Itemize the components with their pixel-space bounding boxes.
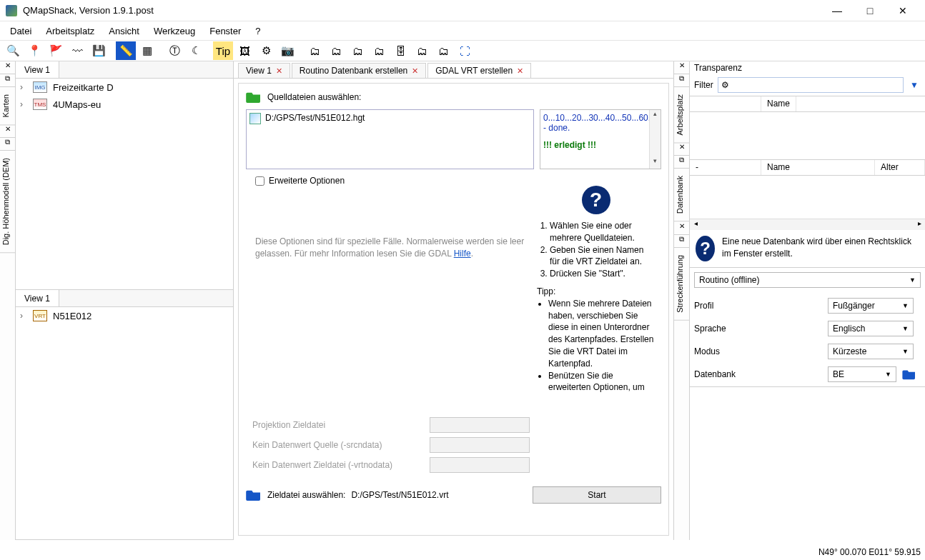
help-icon: ?: [696, 236, 715, 261]
map-label: 4UMaps-eu: [53, 99, 101, 110]
filter-input[interactable]: ⚙: [718, 77, 904, 93]
funnel-icon[interactable]: ▼: [908, 80, 921, 90]
pin-icon[interactable]: ⧉: [674, 74, 689, 87]
advanced-options-input[interactable]: [255, 176, 264, 186]
tool-add-waypoint-icon[interactable]: 📍: [24, 41, 44, 60]
tool-night-icon[interactable]: ☾: [186, 41, 206, 60]
tool-layers2-icon[interactable]: 🗂: [326, 41, 346, 60]
side-tab-karten[interactable]: Karten: [0, 87, 15, 125]
open-db-folder-icon[interactable]: [901, 366, 918, 382]
target-folder-icon[interactable]: [246, 489, 262, 501]
unpin-bottom-icon[interactable]: ✕: [0, 125, 15, 138]
srcnodata-label: Kein Datenwert Quelle (-srcndata): [252, 440, 424, 450]
menu-ansicht[interactable]: Ansicht: [102, 23, 147, 39]
profil-select[interactable]: Fußgänger▼: [828, 298, 914, 314]
source-files-list[interactable]: D:/GPS/Test/N51E012.hgt: [246, 109, 534, 169]
tool-ruler-icon[interactable]: 📏: [116, 41, 136, 60]
datenbank-select[interactable]: BE▼: [828, 366, 896, 382]
help-icon: ?: [582, 186, 610, 214]
db-scrollbar[interactable]: ◂▸: [690, 219, 925, 230]
gear-icon[interactable]: ⚙: [721, 80, 729, 90]
unpin-icon[interactable]: ✕: [674, 61, 689, 74]
unpin-top-icon[interactable]: ✕: [0, 61, 15, 74]
map-item[interactable]: › IMG Freizeitkarte D: [16, 79, 233, 96]
tab-view1[interactable]: View 1 ✕: [238, 63, 290, 78]
menu-datei[interactable]: Datei: [3, 23, 39, 39]
sprache-select[interactable]: Englisch▼: [828, 321, 914, 336]
modus-label: Modus: [694, 346, 828, 356]
unpin-icon[interactable]: ✕: [674, 143, 689, 156]
srcnodata-input: [430, 437, 530, 453]
menu-werkzeug[interactable]: Werkzeug: [147, 23, 202, 39]
log-scrollbar[interactable]: ▴▾: [649, 110, 661, 169]
gdal-help-link[interactable]: Hilfe: [454, 249, 471, 259]
pin-bottom-icon[interactable]: ⧉: [0, 138, 15, 151]
tool-layers4-icon[interactable]: 🗂: [369, 41, 389, 60]
router-select[interactable]: Routino (offline)▼: [694, 272, 921, 288]
tool-db-icon[interactable]: 🗄: [390, 41, 410, 60]
close-button[interactable]: ✕: [886, 0, 919, 21]
tool-screenshot-icon[interactable]: 📷: [277, 41, 297, 60]
tool-layers1-icon[interactable]: 🗂: [305, 41, 325, 60]
pin-top-icon[interactable]: ⧉: [0, 74, 15, 87]
tool-text-icon[interactable]: Ⓣ: [164, 41, 184, 60]
close-tab-icon[interactable]: ✕: [412, 66, 418, 76]
name-column[interactable]: Name: [761, 96, 796, 111]
side-tab-datenbank[interactable]: Datenbank: [674, 169, 689, 221]
map-item[interactable]: › TMS 4UMaps-eu: [16, 96, 233, 113]
menu-fenster[interactable]: Fenster: [202, 23, 248, 39]
unpin-icon[interactable]: ✕: [674, 222, 689, 235]
left-side-tabs: ✕ ⧉ Karten ✕ ⧉ Dig. Höhenmodell (DEM): [0, 61, 16, 540]
title-bar: QMapShack, Version 1.9.1.post — □ ✕: [0, 0, 925, 21]
close-tab-icon[interactable]: ✕: [517, 66, 523, 76]
right-side-tabs: ✕ ⧉ Arbeitsplatz ✕ ⧉ Datenbank ✕ ⧉ Strec…: [673, 61, 689, 540]
tool-search-icon[interactable]: 🔍: [3, 41, 23, 60]
menu-help[interactable]: ?: [248, 23, 267, 39]
db-col-alter[interactable]: Alter: [875, 160, 925, 175]
proj-label: Projektion Zieldatei: [252, 420, 424, 430]
start-button[interactable]: Start: [533, 486, 661, 504]
side-tab-streckenfuehrung[interactable]: Streckenführung: [674, 248, 689, 321]
tool-route-icon[interactable]: 🚩: [46, 41, 66, 60]
minimize-button[interactable]: —: [821, 0, 854, 21]
tool-tip-icon[interactable]: Tip: [213, 41, 233, 60]
tool-fullscreen-icon[interactable]: ⛶: [455, 41, 475, 60]
close-tab-icon[interactable]: ✕: [276, 66, 282, 76]
tool-track-icon[interactable]: 〰: [67, 41, 87, 60]
modus-select[interactable]: Kürzeste▼: [828, 344, 914, 359]
workspace-list[interactable]: [690, 112, 925, 159]
advanced-description: Diese Optionen sind für spezielle Fälle.…: [252, 186, 530, 261]
progress-log: 0...10...20...30...40...50...60...70...8…: [540, 109, 661, 169]
db-col-name[interactable]: Name: [761, 160, 875, 175]
tool-layers6-icon[interactable]: 🗂: [433, 41, 453, 60]
maximize-button[interactable]: □: [854, 0, 886, 21]
tool-grid-icon[interactable]: ▦: [137, 41, 157, 60]
database-panel: - Name Alter ◂▸ ? Eine neue Datenbank wi…: [690, 160, 925, 268]
pin-icon[interactable]: ⧉: [674, 235, 689, 248]
database-list[interactable]: [690, 176, 925, 219]
advanced-options-checkbox[interactable]: Erweiterte Optionen: [252, 176, 347, 186]
dem-item[interactable]: › VRT N51E012: [16, 307, 233, 324]
tool-layers5-icon[interactable]: 🗂: [412, 41, 432, 60]
instruction-steps: Wählen Sie eine oder mehrere Quelldateie…: [537, 220, 655, 280]
tab-gdal[interactable]: GDAL VRT erstellen ✕: [427, 63, 531, 78]
db-col-dash[interactable]: -: [690, 160, 761, 175]
tool-layers3-icon[interactable]: 🗂: [347, 41, 367, 60]
tab-routino[interactable]: Routino Datenbank erstellen ✕: [292, 63, 426, 78]
tool-save-icon[interactable]: 💾: [89, 41, 109, 60]
datenbank-label: Datenbank: [694, 369, 828, 379]
pin-icon[interactable]: ⧉: [674, 156, 689, 169]
dem-view-tab[interactable]: View 1: [16, 290, 59, 306]
tab-label: GDAL VRT erstellen: [435, 66, 513, 76]
side-tab-arbeitsplatz[interactable]: Arbeitsplatz: [674, 87, 689, 143]
maps-view-tab[interactable]: View 1: [16, 61, 59, 78]
menu-arbeitsplatz[interactable]: Arbeitsplatz: [39, 23, 102, 39]
dem-label: N51E012: [53, 311, 91, 321]
tipps-section: Tipp: Wenn Sie mehrere Dateien haben, ve…: [537, 286, 655, 394]
open-folder-icon[interactable]: [246, 91, 262, 104]
dem-panel: View 1 › VRT N51E012: [16, 290, 233, 540]
side-tab-dem[interactable]: Dig. Höhenmodell (DEM): [0, 151, 15, 253]
tool-image-icon[interactable]: 🖼: [234, 41, 254, 60]
tool-gear-icon[interactable]: ⚙: [256, 41, 276, 60]
maps-panel: View 1 › IMG Freizeitkarte D › TMS 4UMap…: [16, 61, 233, 290]
